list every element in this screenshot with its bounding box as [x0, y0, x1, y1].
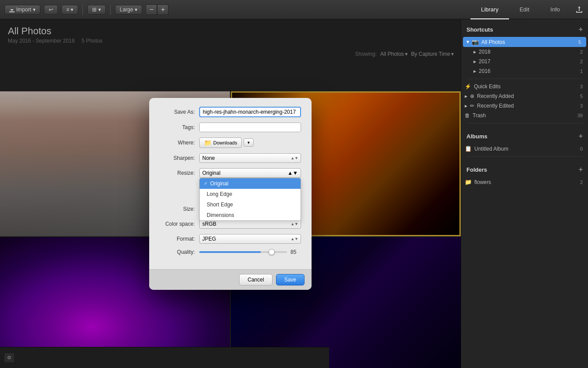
- save-button[interactable]: Save: [276, 274, 305, 285]
- main-area: All Photos May 2016 - September 2018 5 P…: [0, 19, 588, 368]
- sidebar-item-untitled-album[interactable]: 📋 Untitled Album 0: [461, 144, 588, 154]
- trash-icon: 🗑: [465, 112, 470, 119]
- tab-info[interactable]: Info: [540, 0, 570, 19]
- quality-label: Quality:: [160, 249, 195, 255]
- import-chevron: ▾: [33, 7, 36, 13]
- recently-edited-triangle: ▶: [465, 104, 467, 108]
- folders-title: Folders: [466, 166, 487, 173]
- add-folder-button[interactable]: +: [579, 166, 583, 173]
- import-label: Import: [16, 7, 31, 13]
- albums-title: Albums: [466, 133, 488, 140]
- all-photos-icon: 📷: [472, 39, 479, 45]
- where-row: Where: 📁 Downloads ▾: [160, 137, 301, 148]
- export-dialog: Save As: Tags: Where: 📁: [149, 98, 312, 290]
- size-label: Large: [120, 7, 133, 13]
- resize-option-label: Original: [210, 180, 228, 187]
- back-button[interactable]: ↩: [44, 5, 58, 14]
- layout-button[interactable]: ⊞ ▾: [87, 5, 105, 14]
- where-expand-button[interactable]: ▾: [244, 138, 254, 147]
- import-button[interactable]: Import ▾: [4, 5, 40, 14]
- year-2018-label: 2018: [479, 49, 491, 55]
- sharpen-label: Sharpen:: [160, 155, 195, 161]
- toolbar-separator: [82, 4, 83, 15]
- format-select[interactable]: JPEG PNG TIFF: [199, 234, 301, 244]
- dialog-footer: Cancel Save: [149, 269, 312, 290]
- size-dropdown[interactable]: Large ▾: [115, 5, 143, 14]
- recently-added-icon: ⊕: [470, 93, 474, 99]
- sidebar-item-all-photos[interactable]: ▶ 📷 All Photos 5: [463, 37, 586, 47]
- untitled-album-count: 0: [580, 146, 583, 152]
- flowers-label: flowers: [474, 179, 491, 185]
- year-triangle: ▶: [473, 50, 476, 54]
- view-options-button[interactable]: ≡ ▾: [61, 5, 78, 14]
- year-2016-label: 2016: [479, 68, 491, 74]
- year-2016-count: 1: [580, 69, 583, 74]
- where-wrapper: 📁 Downloads ▾: [199, 137, 301, 148]
- where-dropdown[interactable]: 📁 Downloads: [199, 137, 242, 148]
- untitled-album-label: Untitled Album: [474, 146, 508, 152]
- recently-added-count: 5: [580, 94, 583, 99]
- resize-option-long-edge[interactable]: Long Edge: [200, 189, 301, 199]
- sidebar-title: Shortcuts: [466, 26, 493, 33]
- tags-label: Tags:: [160, 124, 195, 130]
- format-row: Format: JPEG PNG TIFF ▲▼: [160, 234, 301, 244]
- quality-slider[interactable]: [199, 251, 287, 253]
- albums-header: Albums +: [461, 126, 588, 144]
- save-as-label: Save As:: [160, 109, 195, 115]
- flowers-count: 2: [580, 180, 583, 185]
- where-value: Downloads: [213, 140, 237, 145]
- album-icon: 📋: [465, 145, 472, 152]
- tab-bar: Library Edit Info: [470, 0, 588, 19]
- toolbar: Import ▾ ↩ ≡ ▾ ⊞ ▾ Large ▾ − + Library E…: [0, 0, 588, 19]
- tab-library[interactable]: Library: [470, 0, 509, 19]
- resize-option-label: Short Edge: [207, 202, 233, 208]
- quick-edits-label: Quick Edits: [474, 83, 501, 90]
- tags-input[interactable]: [199, 123, 301, 132]
- quick-edits-count: 3: [580, 84, 583, 89]
- recently-added-triangle: ▶: [465, 94, 467, 98]
- resize-option-original[interactable]: ✓ Original: [200, 178, 301, 189]
- tab-edit[interactable]: Edit: [509, 0, 540, 19]
- resize-option-short-edge[interactable]: Short Edge: [200, 199, 301, 210]
- resize-option-dimensions[interactable]: Dimensions: [200, 210, 301, 220]
- expand-triangle: ▶: [466, 41, 470, 43]
- zoom-in-button[interactable]: +: [157, 4, 169, 15]
- quality-wrapper: 85: [199, 249, 301, 255]
- sidebar-item-recently-added[interactable]: ▶ ⊕ Recently Added 5: [461, 91, 588, 101]
- sidebar-item-2018[interactable]: ▶ 2018 2: [461, 47, 588, 57]
- zoom-out-button[interactable]: −: [146, 4, 157, 15]
- sidebar-item-trash[interactable]: 🗑 Trash 39: [461, 111, 588, 120]
- sidebar-item-flowers[interactable]: 📁 flowers 2: [461, 177, 588, 187]
- dialog-overlay: Save As: Tags: Where: 📁: [0, 19, 461, 368]
- save-as-input[interactable]: [199, 107, 301, 117]
- sidebar-divider-3: [466, 156, 583, 157]
- format-select-wrapper: JPEG PNG TIFF ▲▼: [199, 234, 301, 244]
- recently-edited-label: Recently Edited: [477, 103, 514, 109]
- add-shortcut-button[interactable]: +: [579, 25, 583, 33]
- sidebar: Shortcuts + ▶ 📷 All Photos 5 ▶ 2018 2 ▶ …: [461, 19, 588, 368]
- trash-count: 39: [577, 113, 583, 118]
- year-2017-label: 2017: [479, 58, 491, 65]
- year-2017-count: 2: [580, 59, 583, 64]
- share-button[interactable]: [570, 0, 588, 19]
- sharpen-row: Sharpen: None Low Medium High ▲▼: [160, 153, 301, 163]
- sidebar-item-quick-edits[interactable]: ⚡ Quick Edits 3: [461, 82, 588, 91]
- sharpen-select-wrapper: None Low Medium High ▲▼: [199, 153, 301, 163]
- sharpen-select[interactable]: None Low Medium High: [199, 153, 301, 163]
- tags-row: Tags:: [160, 123, 301, 132]
- dialog-body: Save As: Tags: Where: 📁: [149, 98, 312, 269]
- resize-arrow: ▲▼: [287, 170, 298, 176]
- quick-edits-icon: ⚡: [465, 83, 471, 90]
- resize-select-button[interactable]: Original ▲▼: [199, 168, 301, 178]
- add-album-button[interactable]: +: [579, 132, 583, 140]
- folders-header: Folders +: [461, 159, 588, 177]
- sidebar-item-2017[interactable]: ▶ 2017 2: [461, 57, 588, 66]
- sidebar-item-recently-edited[interactable]: ▶ ✏ Recently Edited 3: [461, 101, 588, 111]
- year-2018-count: 2: [580, 49, 583, 54]
- sidebar-item-2016[interactable]: ▶ 2016 1: [461, 66, 588, 76]
- cancel-button[interactable]: Cancel: [239, 274, 272, 285]
- all-photos-count: 5: [578, 40, 581, 45]
- sidebar-header: Shortcuts +: [461, 19, 588, 37]
- folder-icon: 📁: [465, 179, 472, 185]
- resize-current-value: Original: [202, 170, 220, 176]
